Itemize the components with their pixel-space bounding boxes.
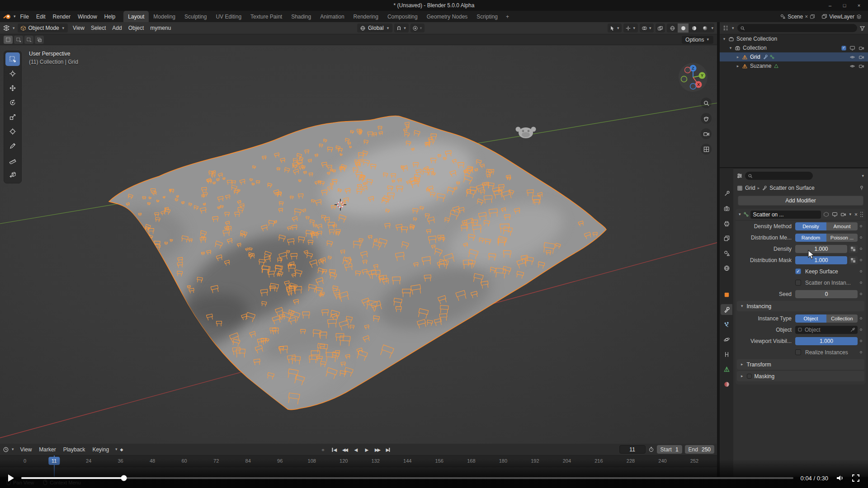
shading-chevron-icon[interactable]: ▾ <box>710 26 714 30</box>
outliner-row-collection[interactable]: ▾ Collection ✓ <box>720 43 868 52</box>
viewport-menu-item[interactable]: Select <box>88 23 109 33</box>
animate-dot-icon[interactable] <box>858 248 864 250</box>
tab-particles[interactable] <box>721 319 732 330</box>
tool-measure-button[interactable] <box>5 154 20 167</box>
collection-checkbox[interactable]: ✓ <box>841 46 846 51</box>
viewport-canvas[interactable]: Z Y X <box>0 45 717 444</box>
video-progress-bar[interactable] <box>21 477 793 479</box>
navigation-gizmo[interactable]: Z Y X <box>679 63 708 92</box>
amount-option-button[interactable]: Amount <box>826 222 858 230</box>
realtime-display-toggle-icon[interactable] <box>831 211 838 217</box>
snap-chevron-icon[interactable]: ▾ <box>403 26 407 30</box>
timeline-editor-icon[interactable] <box>3 446 9 453</box>
timeline-menu-item[interactable]: View <box>17 445 36 455</box>
properties-search[interactable] <box>745 172 813 180</box>
viewport-menu-item[interactable]: Add <box>109 23 125 33</box>
tab-constraints[interactable] <box>721 349 732 360</box>
menu-item[interactable]: Render <box>49 12 74 22</box>
viewport-visibility-slider[interactable]: 1.000 <box>795 337 858 345</box>
animate-dot-icon[interactable] <box>858 282 864 284</box>
tab-tool[interactable] <box>721 188 732 199</box>
distribution-mask-slider[interactable]: 1.000 <box>795 256 847 264</box>
add-modifier-button[interactable]: Add Modifier <box>738 196 863 206</box>
animate-dot-icon[interactable] <box>858 236 864 239</box>
menu-item[interactable]: Window <box>74 12 101 22</box>
tool-add-cube-button[interactable] <box>5 168 20 182</box>
density-texture-chip[interactable] <box>849 245 858 253</box>
auto-keyframe-button[interactable]: ○ <box>318 445 328 454</box>
breadcrumb-object[interactable]: Grid <box>745 185 755 191</box>
workspace-tab[interactable]: Animation <box>316 11 349 22</box>
jump-to-start-button[interactable]: ◀ <box>329 445 339 454</box>
preview-range-stopwatch-icon[interactable] <box>648 446 654 452</box>
properties-search-input[interactable] <box>755 173 810 178</box>
workspace-tab[interactable]: Texture Paint <box>246 11 287 22</box>
properties-editor-icon[interactable] <box>736 173 743 179</box>
video-play-button[interactable] <box>8 474 14 482</box>
animate-dot-icon[interactable] <box>858 351 864 353</box>
jump-to-end-button[interactable]: ▶ <box>383 445 393 454</box>
disclosure-triangle-icon[interactable]: ▸ <box>735 64 741 68</box>
animate-dot-icon[interactable] <box>858 225 864 227</box>
tab-object[interactable] <box>721 289 732 300</box>
tab-render[interactable] <box>721 203 732 214</box>
hide-eye-icon[interactable] <box>849 63 855 69</box>
start-frame-field[interactable]: Start1 <box>657 445 682 454</box>
filter-icon[interactable] <box>859 25 865 31</box>
tab-view-layer[interactable] <box>721 233 732 244</box>
workspace-tab[interactable]: Modeling <box>149 11 180 22</box>
keep-surface-label[interactable]: Keep Surface <box>802 268 838 275</box>
tab-scene[interactable] <box>721 248 732 258</box>
workspace-tab[interactable]: UV Editing <box>211 11 246 22</box>
breadcrumb-modifier[interactable]: Scatter on Surface <box>769 185 814 191</box>
density-value-field[interactable]: 1.000 <box>795 245 847 253</box>
viewlayer-stack-icon[interactable] <box>856 14 862 19</box>
outliner-editor-icon[interactable] <box>722 25 729 31</box>
disclosure-triangle-icon[interactable]: ▾ <box>722 37 727 41</box>
select-mode-extend-button[interactable] <box>14 36 23 44</box>
viewport-menu-item[interactable]: Object <box>125 23 147 33</box>
select-mode-intersect-button[interactable] <box>35 36 44 44</box>
workspace-tab[interactable]: Sculpting <box>180 11 211 22</box>
gizmo-neg-x-ball[interactable] <box>685 67 691 73</box>
workspace-tab[interactable]: Rendering <box>349 11 383 22</box>
viewlayer-selector[interactable]: ViewLayer <box>820 13 863 21</box>
mode-selector[interactable]: Object Mode ▾ <box>18 23 68 33</box>
select-mode-new-button[interactable] <box>4 36 13 44</box>
shading-rendered-button[interactable] <box>699 23 710 33</box>
timeline-menu-item[interactable]: Keying <box>89 445 113 455</box>
tool-move-button[interactable] <box>5 81 20 95</box>
render-enable-toggle-icon[interactable] <box>840 211 847 217</box>
keying-chevron-icon[interactable]: ▾ <box>114 447 118 451</box>
volume-icon[interactable] <box>835 474 844 483</box>
timeline-menu-item[interactable]: Marker <box>35 445 59 455</box>
selectability-chevron-icon[interactable]: ▾ <box>616 26 620 30</box>
shading-wireframe-button[interactable] <box>667 23 678 33</box>
disclosure-triangle-icon[interactable]: ▾ <box>728 46 733 50</box>
pin-icon[interactable] <box>859 185 864 191</box>
close-button[interactable]: × <box>853 1 865 10</box>
next-keyframe-button[interactable]: ▶▶ <box>372 445 382 454</box>
viewlayer-name[interactable]: ViewLayer <box>829 14 854 20</box>
tool-transform-button[interactable] <box>5 125 20 138</box>
timeline-editor-chevron-icon[interactable]: ▾ <box>11 447 15 451</box>
scene-name[interactable]: Scene <box>788 14 803 20</box>
instancing-section-header[interactable]: ▾ Instancing <box>737 301 864 311</box>
maximize-button[interactable]: □ <box>838 1 851 10</box>
seed-value-field[interactable]: 0 <box>795 290 858 298</box>
animate-dot-icon[interactable] <box>858 328 864 331</box>
gizmo-neg-z-ball[interactable] <box>690 84 696 89</box>
video-progress-knob[interactable] <box>121 475 127 481</box>
realize-instances-label[interactable]: Realize Instances <box>802 349 848 356</box>
render-visibility-icon[interactable] <box>859 63 864 69</box>
animate-dot-icon[interactable] <box>858 270 864 272</box>
tool-rotate-button[interactable] <box>5 96 20 109</box>
zoom-icon[interactable] <box>701 98 712 108</box>
eyedropper-icon[interactable] <box>850 327 855 333</box>
scatter-on-instances-checkbox[interactable] <box>795 280 801 286</box>
menu-item[interactable]: File <box>17 12 33 22</box>
editor-type-chevron-icon[interactable]: ▾ <box>12 26 16 30</box>
collection-option-button[interactable]: Collection <box>826 314 858 323</box>
outliner-search[interactable] <box>737 24 857 32</box>
play-reverse-button[interactable]: ◀ <box>350 445 360 454</box>
